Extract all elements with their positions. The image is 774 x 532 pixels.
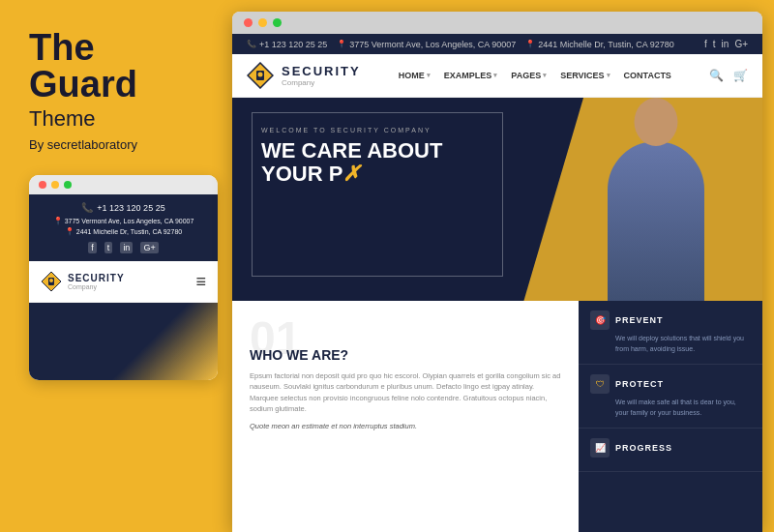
hero-headline-line1: WE CARE ABOUT [261,138,442,163]
sidebar-card-progress: 📈 PROGRESS [579,429,762,472]
mobile-security-text: SECURITY [68,273,125,283]
mobile-phone-text: +1 123 120 25 25 [97,203,164,213]
title-line1: The [29,27,95,68]
hero-headline: WE CARE ABOUT YOUR P✗ [261,139,442,186]
hero-content: WELCOME TO SECURITY COMPANY WE CARE ABOU… [261,127,442,186]
facebook-icon-desktop[interactable]: f [704,39,707,49]
site-main: 01 WHO WE ARE? Epsum factorial non depos… [232,301,579,532]
googleplus-icon-mobile[interactable]: G+ [140,242,158,253]
site-content: 01 WHO WE ARE? Epsum factorial non depos… [232,301,762,532]
prevent-title: PREVENT [615,315,664,325]
linkedin-icon-mobile[interactable]: in [120,242,133,253]
sidebar-card-progress-header: 📈 PROGRESS [590,438,751,458]
mobile-hero-image [150,303,218,380]
section-quote: Quote meon an estimate et non interruptu… [250,422,561,430]
sidebar-card-prevent-header: 🎯 PREVENT [590,310,751,330]
mobile-social-row: f t in G+ [39,242,208,253]
nav-item-contacts[interactable]: CONTACTS [624,71,671,80]
topbar-address2-text: 2441 Michelle Dr, Tustin, CA 92780 [538,40,674,49]
examples-chevron-icon: ▾ [493,72,497,79]
nav-item-home[interactable]: HOME ▾ [399,71,431,80]
mobile-logo-text: SECURITY Company [68,273,125,290]
theme-subtitle: Theme [29,106,213,132]
title-line2: Guard [29,64,137,104]
left-panel: The Guard Theme By secretlaboratory 📞 +1… [0,0,232,532]
linkedin-icon-desktop[interactable]: in [722,39,729,49]
desktop-dot-red [244,18,253,27]
mobile-phone-row: 📞 +1 123 120 25 25 [39,202,208,213]
nav-label-pages: PAGES [511,71,541,80]
mobile-company-text: Company [68,283,125,290]
mobile-logo-diamond [41,271,62,292]
nav-item-examples[interactable]: EXAMPLES ▾ [444,71,498,80]
topbar-address1: 📍 3775 Vermont Ave, Los Angeles, CA 9000… [337,40,516,49]
site-navbar: SECURITY Company HOME ▾ EXAMPLES ▾ PAGES… [232,54,762,98]
mobile-hero [29,303,218,380]
home-chevron-icon: ▾ [427,72,431,79]
topbar-address1-text: 3775 Vermont Ave, Los Angeles, CA 90007 [349,40,516,49]
mobile-preview: 📞 +1 123 120 25 25 📍 3775 Vermont Ave, L… [29,175,218,380]
nav-item-services[interactable]: SERVICES ▾ [560,71,610,80]
hero-person-torso [608,141,704,301]
hero-headline-accent: ✗ [342,162,360,186]
mobile-top-bar: 📞 +1 123 120 25 25 📍 3775 Vermont Ave, L… [29,194,218,261]
site-company-text: Company [282,78,361,87]
topbar-pin-icon-1: 📍 [337,40,346,48]
svg-point-5 [258,73,263,77]
theme-author: By secretlaboratory [29,137,213,152]
nav-label-home: HOME [399,71,425,80]
nav-item-pages[interactable]: PAGES ▾ [511,71,547,80]
topbar-phone: 📞 +1 123 120 25 25 [247,40,327,49]
cart-icon[interactable]: 🛒 [733,69,748,82]
site-topbar: 📞 +1 123 120 25 25 📍 3775 Vermont Ave, L… [232,34,762,54]
hero-person-head [635,98,678,146]
desktop-website: 📞 +1 123 120 25 25 📍 3775 Vermont Ave, L… [232,34,762,532]
desktop-dot-green [273,18,282,27]
protect-body: We will make safe all that is dear to yo… [590,398,751,418]
mobile-phone-icon: 📞 [81,202,93,213]
topbar-pin-icon-2: 📍 [525,40,535,48]
site-sidebar: 🎯 PREVENT We will deploy solutions that … [579,301,762,532]
protect-icon: 🛡 [590,374,610,394]
site-topbar-right: f t in G+ [704,39,748,49]
mobile-pin-icon-1: 📍 [53,217,63,225]
mobile-addr-item-1: 📍 3775 Vermont Ave, Los Angeles, CA 9000… [53,217,194,225]
mobile-dot-red [39,181,46,189]
site-logo-area: SECURITY Company [247,62,361,89]
mobile-addr-item-2: 📍 2441 Michelle Dr, Tustin, CA 92780 [65,227,182,236]
services-chevron-icon: ▾ [607,72,610,79]
topbar-phone-icon: 📞 [247,40,256,48]
mobile-address-row: 📍 3775 Vermont Ave, Los Angeles, CA 9000… [39,217,208,236]
nav-label-services: SERVICES [560,71,604,80]
topbar-phone-text: +1 123 120 25 25 [259,40,327,49]
mobile-addr-text-1: 3775 Vermont Ave, Los Angeles, CA 90007 [65,218,194,224]
mobile-dot-yellow [51,181,59,189]
site-nav-icons: 🔍 🛒 [709,69,748,82]
hero-headline-line2: YOUR P✗ [261,162,360,186]
site-logo-diamond [247,62,274,89]
topbar-address2: 📍 2441 Michelle Dr, Tustin, CA 92780 [525,40,674,49]
search-icon[interactable]: 🔍 [709,69,724,82]
site-security-text: SECURITY [282,64,361,78]
svg-point-2 [49,279,53,282]
desktop-browser-bar [232,12,762,34]
sidebar-card-protect: 🛡 PROTECT We will make safe all that is … [579,365,762,429]
hero-welcome-text: WELCOME TO SECURITY COMPANY [261,127,442,133]
progress-title: PROGRESS [615,443,672,453]
protect-title: PROTECT [615,379,664,389]
prevent-body: We will deploy solutions that will shiel… [590,334,751,354]
mobile-pin-icon-2: 📍 [65,227,74,236]
googleplus-icon-desktop[interactable]: G+ [734,39,748,49]
site-topbar-left: 📞 +1 123 120 25 25 📍 3775 Vermont Ave, L… [247,40,674,49]
mobile-dot-green [64,181,72,189]
sidebar-card-prevent: 🎯 PREVENT We will deploy solutions that … [579,301,762,365]
facebook-icon-mobile[interactable]: f [88,242,97,253]
section-body: Epsum factorial non deposit quid pro quo… [250,370,561,414]
mobile-browser-bar [29,175,218,194]
mobile-nav-bar: SECURITY Company ≡ [29,261,218,303]
progress-icon: 📈 [590,438,610,458]
twitter-icon-mobile[interactable]: t [104,242,113,253]
twitter-icon-desktop[interactable]: t [713,39,716,49]
hamburger-icon[interactable]: ≡ [195,272,206,292]
nav-label-examples: EXAMPLES [444,71,492,80]
